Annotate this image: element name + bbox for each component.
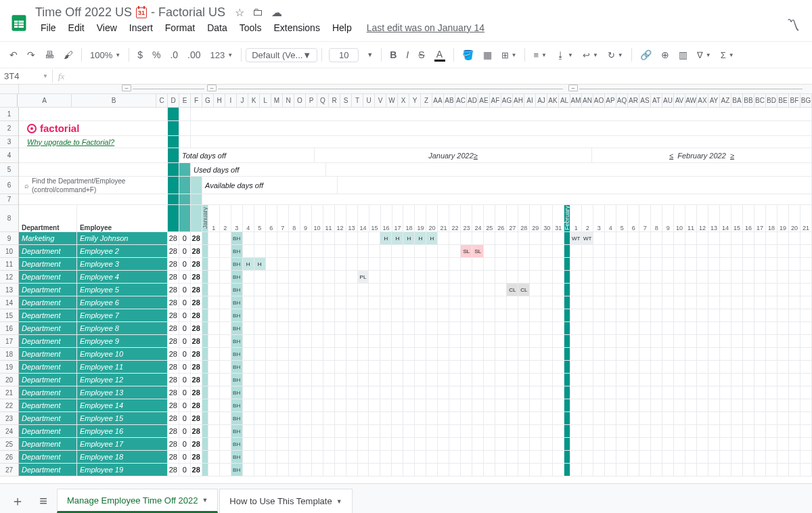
col-R[interactable]: R: [329, 94, 340, 107]
dept-cell[interactable]: Department: [19, 348, 77, 361]
col-AB[interactable]: AB: [444, 94, 455, 107]
col-K[interactable]: K: [248, 94, 260, 107]
col-A[interactable]: A: [18, 94, 72, 107]
row-header[interactable]: 26: [0, 451, 19, 464]
row-header[interactable]: 7: [0, 194, 19, 205]
employee-cell[interactable]: Employee 18: [77, 451, 168, 464]
dec-increase-button[interactable]: .00: [183, 47, 204, 63]
employee-cell[interactable]: Employee 5: [77, 284, 168, 296]
menu-insert[interactable]: Insert: [124, 20, 158, 36]
col-AK[interactable]: AK: [547, 94, 559, 107]
row-header[interactable]: 17: [0, 335, 19, 348]
italic-button[interactable]: I: [402, 47, 413, 63]
col-D[interactable]: D: [168, 94, 179, 107]
col-AQ[interactable]: AQ: [616, 94, 628, 107]
dept-cell[interactable]: Department: [19, 386, 77, 399]
dept-cell[interactable]: Department: [19, 374, 77, 386]
sheet-tab-active[interactable]: Manage Employee Time Off 2022▼: [57, 489, 218, 513]
col-AN[interactable]: AN: [582, 94, 593, 107]
dept-cell[interactable]: Department: [19, 425, 77, 438]
row-header[interactable]: 13: [0, 284, 19, 296]
column-headers[interactable]: A B CDEFGHIJKLMNOPQRSTUVWXYZAAABACADAEAF…: [0, 94, 812, 108]
col-AR[interactable]: AR: [628, 94, 639, 107]
sheet-tab-2[interactable]: How to Use This Template▼: [219, 489, 352, 513]
col-I[interactable]: I: [225, 94, 237, 107]
dept-cell[interactable]: Department: [19, 412, 77, 425]
dept-cell[interactable]: Department: [19, 451, 77, 464]
menu-edit[interactable]: Edit: [63, 20, 90, 36]
row-header[interactable]: 20: [0, 374, 19, 386]
col-AJ[interactable]: AJ: [536, 94, 547, 107]
col-BB[interactable]: BB: [743, 94, 754, 107]
col-AX[interactable]: AX: [697, 94, 708, 107]
row-header[interactable]: 25: [0, 438, 19, 451]
col-AC[interactable]: AC: [455, 94, 467, 107]
paint-format-button[interactable]: 🖌: [60, 47, 77, 63]
dept-cell[interactable]: Department: [19, 438, 77, 451]
text-color-button[interactable]: A: [430, 46, 449, 64]
row-header[interactable]: 16: [0, 322, 19, 335]
add-sheet-button[interactable]: ＋: [5, 489, 30, 513]
dept-cell[interactable]: Department: [19, 322, 77, 335]
col-AS[interactable]: AS: [639, 94, 651, 107]
row-header[interactable]: 27: [0, 464, 19, 476]
col-M[interactable]: M: [271, 94, 283, 107]
employee-cell[interactable]: Employee 19: [77, 464, 168, 476]
employee-cell[interactable]: Employee 6: [77, 296, 168, 309]
col-AP[interactable]: AP: [605, 94, 616, 107]
row-header[interactable]: 15: [0, 309, 19, 322]
col-AA[interactable]: AA: [432, 94, 444, 107]
col-W[interactable]: W: [386, 94, 398, 107]
move-icon[interactable]: 🗀: [252, 6, 263, 19]
employee-cell[interactable]: Employee 17: [77, 438, 168, 451]
row-header[interactable]: 23: [0, 412, 19, 425]
row-header[interactable]: 22: [0, 399, 19, 412]
col-G[interactable]: G: [202, 94, 214, 107]
employee-cell[interactable]: Employee 3: [77, 258, 168, 271]
dept-cell[interactable]: Department: [19, 309, 77, 322]
employee-cell[interactable]: Employee 16: [77, 425, 168, 438]
menu-file[interactable]: File: [35, 20, 62, 36]
col-BF[interactable]: BF: [789, 94, 800, 107]
row-header[interactable]: 6: [0, 177, 19, 194]
col-X[interactable]: X: [398, 94, 409, 107]
functions-button[interactable]: Σ▼: [717, 47, 738, 63]
group-toggle-1[interactable]: –: [122, 85, 131, 91]
percent-button[interactable]: %: [148, 47, 164, 63]
wrap-button[interactable]: ↩▼: [579, 47, 602, 63]
dept-cell[interactable]: Department: [19, 464, 77, 476]
col-T[interactable]: T: [352, 94, 363, 107]
dept-cell[interactable]: Department: [19, 271, 77, 284]
col-F[interactable]: F: [191, 94, 202, 107]
row-header[interactable]: 5: [0, 163, 19, 177]
menu-view[interactable]: View: [91, 20, 122, 36]
explore-trend-icon[interactable]: 〽: [786, 18, 800, 33]
col-O[interactable]: O: [294, 94, 306, 107]
cloud-status-icon[interactable]: ☁: [271, 6, 282, 19]
col-AM[interactable]: AM: [570, 94, 582, 107]
employee-cell[interactable]: Employee 13: [77, 386, 168, 399]
col-AE[interactable]: AE: [478, 94, 490, 107]
comment-button[interactable]: ⊕: [657, 47, 673, 63]
dept-cell[interactable]: Department: [19, 296, 77, 309]
col-BG[interactable]: BG: [800, 94, 812, 107]
strike-button[interactable]: S: [414, 47, 428, 63]
sheets-app-icon[interactable]: [5, 9, 32, 37]
employee-cell[interactable]: Employee 14: [77, 399, 168, 412]
employee-cell[interactable]: Employee 9: [77, 335, 168, 348]
zoom-dropdown[interactable]: 100%▼: [86, 47, 125, 63]
col-AY[interactable]: AY: [708, 94, 720, 107]
col-H[interactable]: H: [214, 94, 225, 107]
col-AT[interactable]: AT: [651, 94, 662, 107]
menu-tools[interactable]: Tools: [234, 20, 267, 36]
col-Z[interactable]: Z: [421, 94, 432, 107]
col-V[interactable]: V: [375, 94, 386, 107]
col-J[interactable]: J: [237, 94, 248, 107]
col-S[interactable]: S: [340, 94, 352, 107]
menu-extensions[interactable]: Extensions: [268, 20, 325, 36]
menu-help[interactable]: Help: [327, 20, 357, 36]
dept-cell[interactable]: Department: [19, 335, 77, 348]
col-AV[interactable]: AV: [674, 94, 685, 107]
col-AH[interactable]: AH: [513, 94, 524, 107]
rotate-button[interactable]: ↻▼: [604, 47, 627, 63]
